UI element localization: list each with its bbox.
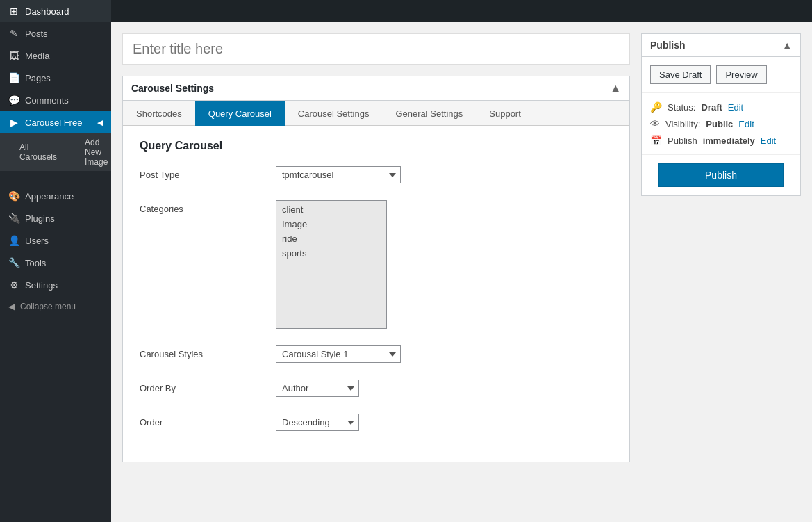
category-item-ride[interactable]: ride [276,231,386,246]
sidebar-item-users[interactable]: 👤Users [0,229,111,252]
category-item-client[interactable]: client [276,202,386,217]
preview-button[interactable]: Preview [716,65,766,84]
metabox-title: Carousel Settings [131,83,214,94]
submenu-all-carousels[interactable]: All Carousels [0,138,65,166]
sidebar-item-plugins[interactable]: 🔌Plugins [0,207,111,229]
sidebar-item-tools[interactable]: 🔧Tools [0,252,111,274]
sidebar-item-label: Carousel Free [25,117,82,128]
appearance-icon: 🎨 [8,190,19,202]
visibility-row: 👁 Visibility: Public Edit [650,115,792,132]
sidebar-item-posts[interactable]: ✎Posts [0,22,111,44]
publish-footer: Publish [642,154,800,172]
publish-box: Publish ▲ Save Draft Preview 🔑 Status: D… [641,33,801,196]
sidebar-item-label: Dashboard [25,6,69,17]
publish-button[interactable]: Publish [658,163,784,187]
sidebar-item-label: Media [25,51,49,61]
collapse-menu-button[interactable]: ◀Collapse menu [0,296,111,317]
order-by-label: Order By [140,380,265,393]
post-type-row: Post Type tpmfcarousel post page [140,166,613,183]
category-item-image[interactable]: Image [276,217,386,231]
status-row: 🔑 Status: Draft Edit [650,99,792,115]
carousel-submenu: All CarouselsAdd New ImageCarousel Categ… [0,133,111,171]
sidebar-item-label: Comments [25,95,69,106]
tab-general-settings[interactable]: General Settings [382,101,476,126]
visibility-icon: 👁 [650,118,660,129]
settings-icon: ⚙ [8,279,19,291]
status-icon: 🔑 [650,101,662,113]
media-icon: 🖼 [8,50,19,61]
post-area: Carousel Settings ▲ Shortcodes Query Car… [122,33,630,462]
sidebar-item-media[interactable]: 🖼Media [0,44,111,67]
users-icon: 👤 [8,235,19,246]
carousel-styles-row: Carousel Styles Carousal Style 1 Carousa… [140,345,613,363]
sidebar-item-label: Settings [25,280,58,291]
main-content: Carousel Settings ▲ Shortcodes Query Car… [111,0,812,522]
tab-shortcodes[interactable]: Shortcodes [123,101,195,126]
post-type-select[interactable]: tpmfcarousel post page [276,166,401,183]
sidebar-item-comments[interactable]: 💬Comments [0,89,111,111]
carousel-styles-control: Carousal Style 1 Carousal Style 2 Carous… [276,345,613,363]
metabox-toggle[interactable]: ▲ [610,82,621,95]
category-item-sports[interactable]: sports [276,246,386,261]
order-row: Order Descending Ascending [140,414,613,431]
admin-bar [111,0,812,22]
order-by-control: Author Date Title Random [276,380,613,397]
sidebar-item-label: Appearance [25,191,74,202]
save-draft-button[interactable]: Save Draft [650,65,711,84]
carousel-icon: ▶ [8,117,19,128]
status-label: Status: [668,102,695,113]
visibility-edit-link[interactable]: Edit [738,119,754,129]
sidebar-item-carousel-free[interactable]: ▶Carousel Free◀ [0,111,111,133]
tabs-bar: Shortcodes Query Carousel Carousel Setti… [123,101,629,126]
comments-icon: 💬 [8,95,19,106]
publish-time-edit-link[interactable]: Edit [761,136,776,146]
post-type-label: Post Type [140,166,265,180]
order-by-row: Order By Author Date Title Random [140,380,613,397]
tab-query-carousel[interactable]: Query Carousel [195,101,285,126]
active-arrow: ◀ [97,118,103,127]
collapse-label: Collapse menu [20,302,76,311]
plugins-icon: 🔌 [8,213,19,224]
post-title-input[interactable] [122,33,630,65]
post-type-control: tpmfcarousel post page [276,166,613,183]
tab-carousel-settings[interactable]: Carousel Settings [285,101,383,126]
metabox-header: Carousel Settings ▲ [123,76,629,101]
pages-icon: 📄 [8,72,19,83]
sidebar-item-appearance[interactable]: 🎨Appearance [0,185,111,207]
dashboard-icon: ⊞ [8,6,19,17]
publish-title: Publish [650,40,686,51]
carousel-settings-metabox: Carousel Settings ▲ Shortcodes Query Car… [122,76,630,462]
categories-control: client Image ride sports [276,200,613,329]
categories-label: Categories [140,200,265,214]
sidebar-item-label: Plugins [25,213,55,224]
order-by-select[interactable]: Author Date Title Random [276,380,359,397]
carousel-styles-select[interactable]: Carousal Style 1 Carousal Style 2 Carous… [276,345,401,363]
tools-icon: 🔧 [8,257,19,268]
visibility-label: Visibility: [665,119,700,129]
categories-listbox[interactable]: client Image ride sports [276,200,387,329]
order-control: Descending Ascending [276,414,613,431]
publish-toggle-arrow[interactable]: ▲ [782,40,792,51]
tab-support[interactable]: Support [476,101,534,126]
calendar-icon: 📅 [650,135,662,146]
publish-actions: Save Draft Preview [642,57,800,92]
panel-content: Query Carousel Post Type tpmfcarousel po… [123,126,629,462]
order-select[interactable]: Descending Ascending [276,414,359,431]
sidebar-item-label: Posts [25,28,48,39]
panel-title: Query Carousel [140,140,613,152]
publish-time-label: Publish [668,136,697,146]
submenu-add-new-image[interactable]: Add New Image [65,133,111,171]
carousel-styles-label: Carousel Styles [140,345,265,359]
publish-time-row: 📅 Publish immediately Edit [650,132,792,149]
publish-header: Publish ▲ [642,34,800,57]
categories-row: Categories client Image ride sports [140,200,613,329]
order-label: Order [140,414,265,427]
publish-info: 🔑 Status: Draft Edit 👁 Visibility: Publi… [642,92,800,154]
sidebar-item-label: Tools [25,258,46,268]
status-edit-link[interactable]: Edit [728,102,743,113]
sidebar-item-settings[interactable]: ⚙Settings [0,274,111,296]
status-value: Draft [701,102,722,113]
sidebar-item-dashboard[interactable]: ⊞Dashboard [0,0,111,22]
visibility-value: Public [706,119,733,129]
sidebar-item-pages[interactable]: 📄Pages [0,67,111,89]
